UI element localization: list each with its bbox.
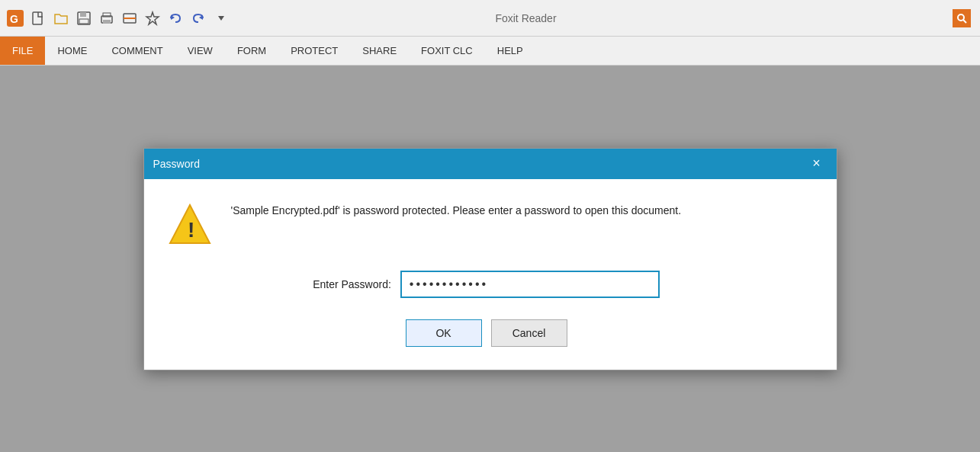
menu-file[interactable]: FILE	[0, 37, 45, 65]
svg-rect-5	[79, 19, 88, 24]
cancel-button[interactable]: Cancel	[491, 319, 567, 347]
menu-comment[interactable]: COMMENT	[99, 37, 175, 65]
password-dialog: Password × ! 'Sample Encrypted.pdf' is p…	[143, 148, 837, 370]
dialog-message-text: 'Sample Encrypted.pdf' is password prote…	[231, 202, 682, 219]
svg-marker-13	[199, 15, 203, 20]
password-row: Enter Password:	[167, 271, 806, 298]
content-area: Password × ! 'Sample Encrypted.pdf' is p…	[0, 66, 980, 452]
undo-icon[interactable]	[166, 9, 185, 27]
dialog-close-button[interactable]: ×	[806, 153, 827, 175]
menu-home[interactable]: HOME	[45, 37, 99, 65]
open-icon[interactable]	[52, 9, 70, 27]
menu-form[interactable]: FORM	[225, 37, 278, 65]
svg-marker-11	[146, 12, 159, 24]
svg-rect-7	[103, 20, 111, 24]
menu-protect[interactable]: PROTECT	[278, 37, 350, 65]
redo-icon[interactable]	[189, 9, 207, 27]
svg-rect-4	[80, 12, 86, 17]
svg-rect-2	[33, 12, 42, 24]
password-input[interactable]	[400, 271, 660, 298]
scan-icon[interactable]	[120, 9, 139, 27]
svg-point-15	[958, 14, 964, 21]
menu-help[interactable]: HELP	[485, 37, 535, 65]
dialog-overlay: Password × ! 'Sample Encrypted.pdf' is p…	[0, 66, 980, 452]
svg-marker-12	[171, 15, 175, 20]
new-icon[interactable]	[29, 9, 47, 27]
dialog-message-row: ! 'Sample Encrypted.pdf' is password pro…	[167, 202, 806, 248]
warning-icon: !	[167, 202, 213, 248]
menu-share[interactable]: SHARE	[350, 37, 409, 65]
menu-bar: FILE HOME COMMENT VIEW FORM PROTECT SHAR…	[0, 37, 980, 66]
ok-button[interactable]: OK	[406, 319, 482, 347]
svg-line-16	[963, 20, 966, 23]
dialog-title: Password	[153, 158, 200, 170]
dialog-titlebar: Password ×	[144, 149, 837, 179]
print-icon[interactable]	[98, 9, 116, 27]
search-button[interactable]	[953, 9, 971, 27]
password-label: Enter Password:	[313, 278, 391, 290]
dialog-body: ! 'Sample Encrypted.pdf' is password pro…	[144, 179, 837, 370]
menu-view[interactable]: VIEW	[175, 37, 225, 65]
svg-text:!: !	[188, 218, 194, 242]
save-icon[interactable]	[75, 9, 93, 27]
title-bar: G	[0, 0, 980, 37]
menu-foxit-cloud[interactable]: FOXIT CLC	[409, 37, 485, 65]
button-row: OK Cancel	[167, 319, 806, 347]
svg-text:G: G	[10, 13, 18, 25]
app-icon: G	[6, 9, 24, 27]
stamp-icon[interactable]	[143, 9, 162, 27]
toolbar-icons: G	[6, 9, 230, 27]
app-title: Foxit Reader	[230, 12, 821, 24]
dropdown-icon[interactable]	[212, 9, 230, 27]
svg-marker-14	[218, 16, 224, 21]
